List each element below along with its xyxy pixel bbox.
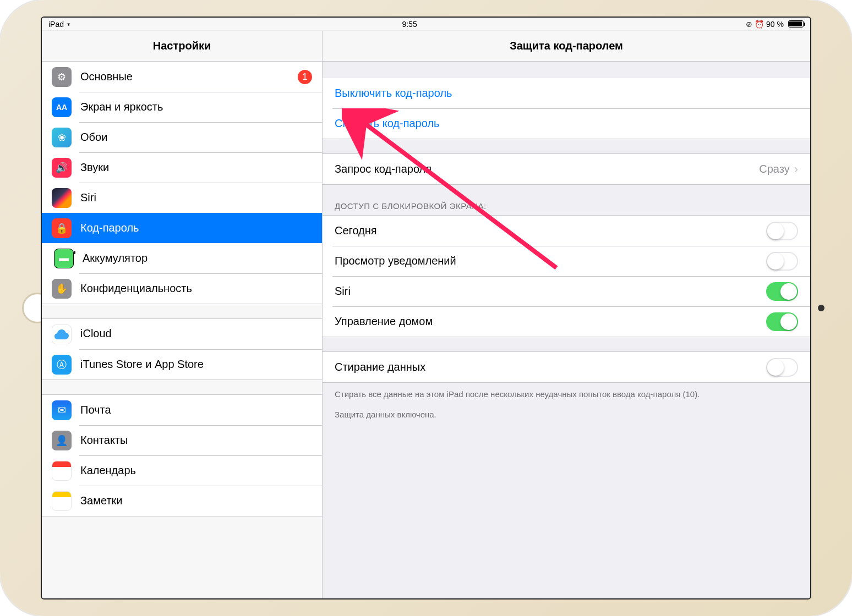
sidebar-item-sounds[interactable]: 🔊 Звуки <box>42 152 322 183</box>
lock-icon: 🔒 <box>52 218 72 238</box>
erase-data-row[interactable]: Стирание данных <box>323 352 810 382</box>
row-label: Сменить код-пароль <box>335 117 440 130</box>
appstore-icon: Ⓐ <box>52 355 72 375</box>
contacts-icon: 👤 <box>52 431 72 450</box>
sidebar-item-label: Код-пароль <box>80 222 312 234</box>
sidebar-item-label: Звуки <box>80 161 312 174</box>
sidebar-item-label: Аккумулятор <box>83 252 312 265</box>
protection-footer-text: Защита данных включена. <box>323 403 810 424</box>
camera <box>818 305 824 311</box>
row-label: Сегодня <box>335 224 766 237</box>
toggle-home[interactable] <box>766 312 798 331</box>
row-label: Выключить код-пароль <box>335 87 452 100</box>
change-passcode-button[interactable]: Сменить код-пароль <box>323 108 810 139</box>
status-bar: iPad 9:55 ⊘ ⏰ 90 % <box>42 18 810 31</box>
cloud-icon <box>52 324 72 344</box>
speaker-icon: 🔊 <box>52 158 72 178</box>
toggle-notifications[interactable] <box>766 252 798 271</box>
row-label: Стирание данных <box>335 361 766 373</box>
sidebar-item-label: Календарь <box>80 464 312 477</box>
toggle-today[interactable] <box>766 222 798 240</box>
battery-icon: ▬ <box>54 249 74 268</box>
sidebar-item-label: Основные <box>80 70 298 83</box>
sidebar-item-label: Почта <box>80 404 312 416</box>
sidebar-item-contacts[interactable]: 👤 Контакты <box>42 425 322 455</box>
sidebar-item-passcode[interactable]: 🔒 Код-пароль <box>42 213 322 243</box>
access-home-row[interactable]: Управление домом <box>323 306 810 337</box>
sidebar-item-display[interactable]: AA Экран и яркость <box>42 92 322 122</box>
row-label: Управление домом <box>335 315 766 328</box>
sidebar-item-mail[interactable]: ✉ Почта <box>42 395 322 425</box>
notification-badge: 1 <box>298 70 312 84</box>
sidebar-item-calendar[interactable]: Календарь <box>42 455 322 486</box>
header-detail-title: Защита код-паролем <box>323 31 810 61</box>
turn-off-passcode-button[interactable]: Выключить код-пароль <box>323 78 810 108</box>
sidebar-item-label: Заметки <box>80 494 312 507</box>
siri-icon <box>52 188 72 208</box>
sidebar-item-general[interactable]: ⚙ Основные 1 <box>42 62 322 92</box>
section-header-lockscreen-access: ДОСТУП С БЛОКИРОВКОЙ ЭКРАНА: <box>323 185 810 215</box>
sidebar-item-label: Экран и яркость <box>80 101 312 113</box>
alarm-icon: ⏰ <box>755 20 764 29</box>
sidebar-item-label: Контакты <box>80 434 312 447</box>
ipad-frame: iPad 9:55 ⊘ ⏰ 90 % Настройки Защита код-… <box>0 0 852 616</box>
row-label: Siri <box>335 285 766 298</box>
sidebar-item-battery[interactable]: ▬ Аккумулятор <box>42 243 322 273</box>
sidebar-item-label: Конфиденциальность <box>80 282 312 295</box>
device-label: iPad <box>48 20 64 29</box>
header: Настройки Защита код-паролем <box>42 31 810 62</box>
sidebar-item-privacy[interactable]: ✋ Конфиденциальность <box>42 273 322 304</box>
orientation-lock-icon: ⊘ <box>746 20 752 29</box>
header-settings-title: Настройки <box>42 31 323 61</box>
sidebar-item-siri[interactable]: Siri <box>42 183 322 213</box>
toggle-erase[interactable] <box>766 358 798 377</box>
erase-footer-text: Стирать все данные на этом iPad после не… <box>323 383 810 403</box>
battery-pct: 90 % <box>766 20 784 29</box>
sidebar-item-appstore[interactable]: Ⓐ iTunes Store и App Store <box>42 349 322 380</box>
access-notifications-row[interactable]: Просмотр уведомлений <box>323 246 810 276</box>
notes-icon <box>52 491 72 511</box>
sidebar-item-notes[interactable]: Заметки <box>42 486 322 516</box>
access-today-row[interactable]: Сегодня <box>323 216 810 246</box>
sidebar-item-icloud[interactable]: iCloud <box>42 319 322 349</box>
require-passcode-row[interactable]: Запрос код-пароля Сразу › <box>323 154 810 184</box>
mail-icon: ✉ <box>52 400 72 420</box>
sidebar-item-label: iCloud <box>80 327 112 340</box>
battery-icon <box>788 20 804 28</box>
hand-icon: ✋ <box>52 279 72 299</box>
sidebar-item-label: iTunes Store и App Store <box>80 358 312 371</box>
row-value: Сразу <box>759 163 789 175</box>
wifi-icon <box>66 20 73 29</box>
sidebar-item-label: Обои <box>80 131 312 144</box>
sidebar-item-wallpaper[interactable]: ❀ Обои <box>42 122 322 152</box>
status-time: 9:55 <box>402 20 417 29</box>
wallpaper-icon: ❀ <box>52 128 72 147</box>
gear-icon: ⚙ <box>52 67 72 87</box>
sidebar[interactable]: ⚙ Основные 1 AA Экран и яркость ❀ Обои 🔊 <box>42 62 323 598</box>
display-icon: AA <box>52 97 72 117</box>
calendar-icon <box>52 461 72 481</box>
access-siri-row[interactable]: Siri <box>323 276 810 306</box>
row-label: Запрос код-пароля <box>335 163 759 175</box>
chevron-right-icon: › <box>794 162 798 177</box>
sidebar-item-label: Siri <box>80 191 312 204</box>
row-label: Просмотр уведомлений <box>335 255 766 267</box>
toggle-siri[interactable] <box>766 282 798 301</box>
screen: iPad 9:55 ⊘ ⏰ 90 % Настройки Защита код-… <box>41 16 811 600</box>
detail-content[interactable]: Выключить код-пароль Сменить код-пароль … <box>323 62 810 598</box>
